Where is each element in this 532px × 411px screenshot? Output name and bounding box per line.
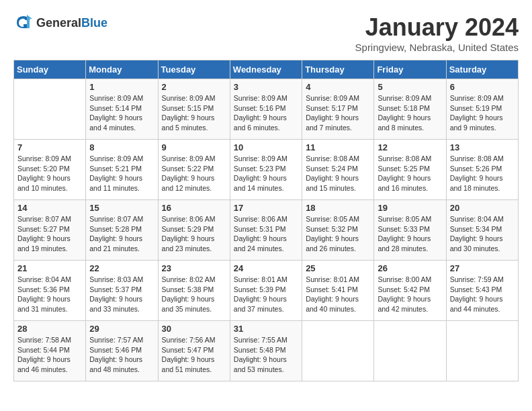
day-info: Sunrise: 8:00 AM Sunset: 5:42 PM Dayligh… [378, 275, 442, 314]
calendar-cell: 17Sunrise: 8:06 AM Sunset: 5:31 PM Dayli… [230, 200, 302, 261]
month-title: January 2024 [355, 13, 519, 42]
calendar-cell: 6Sunrise: 8:09 AM Sunset: 5:19 PM Daylig… [446, 79, 518, 140]
column-header-wednesday: Wednesday [230, 60, 302, 79]
day-info: Sunrise: 7:59 AM Sunset: 5:43 PM Dayligh… [450, 275, 515, 314]
calendar-cell: 27Sunrise: 7:59 AM Sunset: 5:43 PM Dayli… [446, 261, 518, 321]
day-number: 28 [17, 324, 82, 334]
day-info: Sunrise: 8:09 AM Sunset: 5:22 PM Dayligh… [162, 154, 226, 193]
calendar-cell: 21Sunrise: 8:04 AM Sunset: 5:36 PM Dayli… [14, 261, 86, 321]
calendar-cell: 24Sunrise: 8:01 AM Sunset: 5:39 PM Dayli… [230, 261, 302, 321]
week-row-1: 1Sunrise: 8:09 AM Sunset: 5:14 PM Daylig… [14, 79, 519, 140]
day-number: 1 [89, 82, 154, 92]
day-info: Sunrise: 8:09 AM Sunset: 5:21 PM Dayligh… [89, 154, 154, 193]
calendar-cell: 7Sunrise: 8:09 AM Sunset: 5:20 PM Daylig… [14, 140, 86, 200]
calendar-cell: 22Sunrise: 8:03 AM Sunset: 5:37 PM Dayli… [86, 261, 158, 321]
calendar-cell: 14Sunrise: 8:07 AM Sunset: 5:27 PM Dayli… [14, 200, 86, 261]
day-info: Sunrise: 8:08 AM Sunset: 5:26 PM Dayligh… [450, 154, 515, 193]
calendar-cell: 15Sunrise: 8:07 AM Sunset: 5:28 PM Dayli… [86, 200, 158, 261]
day-info: Sunrise: 8:03 AM Sunset: 5:37 PM Dayligh… [89, 275, 154, 314]
calendar-cell: 13Sunrise: 8:08 AM Sunset: 5:26 PM Dayli… [446, 140, 518, 200]
logo-text: GeneralBlue [36, 16, 107, 30]
calendar-cell: 23Sunrise: 8:02 AM Sunset: 5:38 PM Dayli… [158, 261, 230, 321]
calendar-cell: 12Sunrise: 8:08 AM Sunset: 5:25 PM Dayli… [374, 140, 446, 200]
day-number: 21 [17, 263, 82, 273]
day-number: 23 [162, 263, 226, 273]
day-info: Sunrise: 8:09 AM Sunset: 5:23 PM Dayligh… [234, 154, 298, 193]
day-info: Sunrise: 8:09 AM Sunset: 5:14 PM Dayligh… [89, 93, 154, 133]
calendar-cell: 30Sunrise: 7:56 AM Sunset: 5:47 PM Dayli… [158, 321, 230, 381]
calendar-cell: 11Sunrise: 8:08 AM Sunset: 5:24 PM Dayli… [302, 140, 374, 200]
day-info: Sunrise: 8:07 AM Sunset: 5:27 PM Dayligh… [17, 214, 82, 254]
location-title: Springview, Nebraska, United States [355, 42, 519, 53]
logo-general: General [36, 16, 81, 30]
day-number: 12 [378, 142, 442, 152]
week-row-5: 28Sunrise: 7:58 AM Sunset: 5:44 PM Dayli… [14, 321, 519, 381]
calendar-cell: 5Sunrise: 8:09 AM Sunset: 5:18 PM Daylig… [374, 79, 446, 140]
title-area: January 2024 Springview, Nebraska, Unite… [355, 13, 519, 53]
day-info: Sunrise: 8:05 AM Sunset: 5:32 PM Dayligh… [306, 214, 370, 254]
day-number: 7 [17, 142, 82, 152]
column-header-sunday: Sunday [14, 60, 86, 79]
day-number: 9 [162, 142, 226, 152]
day-info: Sunrise: 8:09 AM Sunset: 5:16 PM Dayligh… [234, 93, 298, 133]
day-info: Sunrise: 8:04 AM Sunset: 5:36 PM Dayligh… [17, 275, 82, 314]
day-info: Sunrise: 8:01 AM Sunset: 5:41 PM Dayligh… [306, 275, 370, 314]
day-info: Sunrise: 7:55 AM Sunset: 5:48 PM Dayligh… [234, 335, 298, 375]
calendar-cell: 16Sunrise: 8:06 AM Sunset: 5:29 PM Dayli… [158, 200, 230, 261]
day-info: Sunrise: 8:09 AM Sunset: 5:19 PM Dayligh… [450, 93, 515, 133]
calendar-cell: 3Sunrise: 8:09 AM Sunset: 5:16 PM Daylig… [230, 79, 302, 140]
calendar-cell [374, 321, 446, 381]
day-info: Sunrise: 8:09 AM Sunset: 5:17 PM Dayligh… [306, 93, 370, 133]
calendar-table: SundayMondayTuesdayWednesdayThursdayFrid… [13, 60, 519, 381]
calendar-cell: 28Sunrise: 7:58 AM Sunset: 5:44 PM Dayli… [14, 321, 86, 381]
calendar-cell: 18Sunrise: 8:05 AM Sunset: 5:32 PM Dayli… [302, 200, 374, 261]
day-info: Sunrise: 7:57 AM Sunset: 5:46 PM Dayligh… [89, 335, 154, 375]
day-number: 14 [17, 203, 82, 213]
day-number: 11 [306, 142, 370, 152]
day-info: Sunrise: 8:08 AM Sunset: 5:24 PM Dayligh… [306, 154, 370, 193]
day-number: 17 [234, 203, 298, 213]
calendar-cell: 19Sunrise: 8:05 AM Sunset: 5:33 PM Dayli… [374, 200, 446, 261]
column-header-monday: Monday [86, 60, 158, 79]
day-number: 10 [234, 142, 298, 152]
day-number: 6 [450, 82, 515, 92]
day-number: 27 [450, 263, 515, 273]
day-number: 29 [89, 324, 154, 334]
week-row-4: 21Sunrise: 8:04 AM Sunset: 5:36 PM Dayli… [14, 261, 519, 321]
day-info: Sunrise: 8:04 AM Sunset: 5:34 PM Dayligh… [450, 214, 515, 254]
calendar-cell: 29Sunrise: 7:57 AM Sunset: 5:46 PM Dayli… [86, 321, 158, 381]
day-number: 3 [234, 82, 298, 92]
column-header-friday: Friday [374, 60, 446, 79]
day-info: Sunrise: 8:07 AM Sunset: 5:28 PM Dayligh… [89, 214, 154, 254]
day-info: Sunrise: 8:05 AM Sunset: 5:33 PM Dayligh… [378, 214, 442, 254]
day-info: Sunrise: 7:58 AM Sunset: 5:44 PM Dayligh… [17, 335, 82, 375]
day-info: Sunrise: 8:06 AM Sunset: 5:31 PM Dayligh… [234, 214, 298, 254]
day-number: 24 [234, 263, 298, 273]
day-number: 18 [306, 203, 370, 213]
day-number: 31 [234, 324, 298, 334]
day-number: 4 [306, 82, 370, 92]
day-number: 25 [306, 263, 370, 273]
day-info: Sunrise: 8:06 AM Sunset: 5:29 PM Dayligh… [162, 214, 226, 254]
calendar-cell: 1Sunrise: 8:09 AM Sunset: 5:14 PM Daylig… [86, 79, 158, 140]
day-number: 30 [162, 324, 226, 334]
day-info: Sunrise: 8:08 AM Sunset: 5:25 PM Dayligh… [378, 154, 442, 193]
day-number: 19 [378, 203, 442, 213]
day-info: Sunrise: 8:01 AM Sunset: 5:39 PM Dayligh… [234, 275, 298, 314]
calendar-cell [14, 79, 86, 140]
header-row: SundayMondayTuesdayWednesdayThursdayFrid… [14, 60, 519, 79]
day-number: 13 [450, 142, 515, 152]
day-info: Sunrise: 8:09 AM Sunset: 5:18 PM Dayligh… [378, 93, 442, 133]
day-number: 16 [162, 203, 226, 213]
day-number: 20 [450, 203, 515, 213]
day-number: 22 [89, 263, 154, 273]
calendar-cell: 8Sunrise: 8:09 AM Sunset: 5:21 PM Daylig… [86, 140, 158, 200]
column-header-tuesday: Tuesday [158, 60, 230, 79]
day-number: 8 [89, 142, 154, 152]
logo-icon [13, 13, 34, 32]
day-number: 15 [89, 203, 154, 213]
calendar-cell: 9Sunrise: 8:09 AM Sunset: 5:22 PM Daylig… [158, 140, 230, 200]
day-number: 5 [378, 82, 442, 92]
calendar-cell: 31Sunrise: 7:55 AM Sunset: 5:48 PM Dayli… [230, 321, 302, 381]
week-row-3: 14Sunrise: 8:07 AM Sunset: 5:27 PM Dayli… [14, 200, 519, 261]
